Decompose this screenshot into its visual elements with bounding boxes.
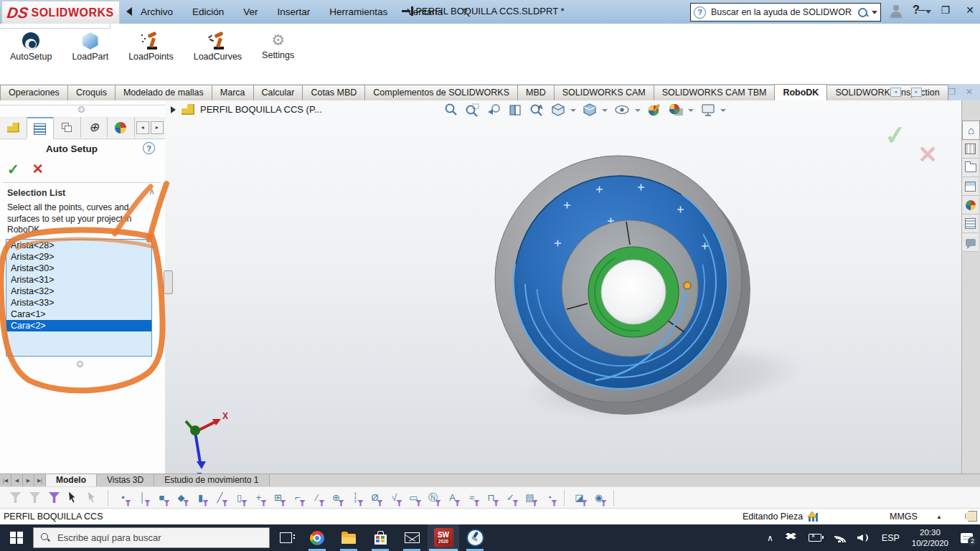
display-style-caret-icon[interactable] bbox=[602, 109, 608, 112]
selected-vertex-marker[interactable] bbox=[684, 282, 691, 289]
loadpoints-button[interactable]: LoadPoints bbox=[124, 29, 178, 65]
filter-blocks-icon[interactable]: ◪ bbox=[571, 489, 588, 507]
view-orientation-caret-icon[interactable] bbox=[570, 109, 576, 112]
task-pane-design-library[interactable] bbox=[962, 140, 979, 159]
first-tab-icon[interactable]: |◀ bbox=[0, 474, 11, 486]
filter-cosmetic-threads-icon[interactable]: ▤ bbox=[522, 489, 538, 507]
selection-filters-all-icon[interactable] bbox=[27, 489, 43, 507]
notification-center-icon[interactable]: 2 bbox=[961, 533, 973, 543]
filter-balloons-icon[interactable]: Ⓝ bbox=[425, 489, 441, 507]
filter-planes-icon[interactable]: ▯ bbox=[231, 489, 248, 507]
filter-connection-points-icon[interactable]: ◉ bbox=[590, 489, 607, 507]
language-indicator[interactable]: ESP bbox=[882, 533, 900, 543]
task-view-button[interactable] bbox=[270, 524, 301, 551]
tab-modelo[interactable]: Modelo bbox=[46, 474, 97, 487]
zoom-fit-icon[interactable] bbox=[443, 103, 458, 118]
tag-icon[interactable] bbox=[965, 511, 977, 522]
filter-center-marks-icon[interactable]: ⊕ bbox=[328, 489, 344, 507]
start-button[interactable] bbox=[0, 524, 33, 551]
filter-faces-icon[interactable]: ■ bbox=[154, 489, 170, 507]
task-pane-forum[interactable] bbox=[962, 233, 979, 252]
confirmation-corner-accept-icon[interactable]: ✓ bbox=[883, 120, 908, 152]
task-pane-home[interactable]: ⌂ bbox=[962, 121, 980, 140]
loadpart-button[interactable]: LoadPart bbox=[67, 29, 113, 65]
collapse-chevron-icon[interactable]: ∧ bbox=[149, 187, 155, 197]
view-settings-icon[interactable] bbox=[700, 103, 716, 118]
breadcrumb-expand-icon[interactable] bbox=[171, 106, 176, 113]
solidworks-app[interactable]: SW2020 bbox=[428, 524, 459, 551]
edit-appearance-icon[interactable] bbox=[647, 103, 662, 118]
section-view-icon[interactable] bbox=[508, 103, 523, 118]
filter-surface-bodies-icon[interactable]: ◆ bbox=[173, 489, 189, 507]
wifi-icon[interactable] bbox=[834, 534, 845, 542]
filter-midpoints-icon[interactable]: ∕ bbox=[308, 489, 325, 507]
filter-origins-icon[interactable]: + bbox=[250, 489, 267, 507]
tab-estudio-movimiento[interactable]: Estudio de movimiento 1 bbox=[154, 474, 269, 487]
toolbar-close-icon[interactable]: ✕ bbox=[966, 87, 973, 97]
tab-croquis[interactable]: Croquis bbox=[67, 85, 116, 100]
filter-notes-icon[interactable]: ▭ bbox=[405, 489, 422, 507]
tab-mbd[interactable]: MBD bbox=[517, 85, 555, 100]
prev-tab-icon[interactable]: ◀ bbox=[11, 474, 23, 486]
hide-show-items-icon[interactable] bbox=[614, 103, 631, 118]
account-icon[interactable] bbox=[890, 5, 903, 18]
tab-configurationmanager[interactable] bbox=[54, 117, 81, 138]
chevron-up-icon[interactable]: ∧ bbox=[767, 533, 773, 543]
breadcrumb[interactable]: PERFIL BOQUILLA CCS (P... bbox=[171, 104, 322, 115]
toolbar-restore-icon[interactable]: ❐ bbox=[948, 87, 956, 97]
list-item[interactable]: Arista<30> bbox=[6, 263, 151, 274]
selection-filter-clear-icon[interactable] bbox=[7, 489, 24, 507]
store-app[interactable] bbox=[364, 524, 396, 551]
loadcurves-button[interactable]: LoadCurves bbox=[189, 29, 246, 65]
filter-centerlines-icon[interactable]: ┆ bbox=[347, 489, 364, 507]
confirm-button[interactable]: ✓ bbox=[7, 161, 19, 178]
units-selector[interactable]: MMGS bbox=[890, 512, 918, 522]
taskbar-search-input[interactable] bbox=[56, 532, 262, 544]
tab-solidworks-cam-tbm[interactable]: SOLIDWORKS CAM TBM bbox=[654, 85, 776, 100]
panel-splitter-dot[interactable] bbox=[78, 106, 85, 113]
center-hole[interactable] bbox=[601, 260, 666, 324]
tab-solidworks-cam[interactable]: SOLIDWORKS CAM bbox=[554, 85, 654, 100]
pane-right-icon[interactable]: ▸ bbox=[911, 88, 922, 97]
task-pane-appearances[interactable] bbox=[962, 196, 979, 215]
mail-app[interactable] bbox=[396, 524, 428, 551]
filter-toggle-icon[interactable] bbox=[46, 489, 62, 507]
filter-surface-finish-icon[interactable]: ✓ bbox=[502, 489, 519, 507]
hide-show-caret-icon[interactable] bbox=[635, 109, 641, 112]
selection-listbox[interactable]: Arista<28> Arista<29> Arista<30> Arista<… bbox=[6, 239, 152, 357]
tab-vistas-3d[interactable]: Vistas 3D bbox=[97, 474, 154, 487]
filter-sketch-segments-icon[interactable]: ⌐ bbox=[289, 489, 306, 507]
scroll-right-icon[interactable]: ▸ bbox=[151, 121, 164, 134]
tab-modelado-de-mallas[interactable]: Modelado de mallas bbox=[115, 85, 212, 100]
previous-view-icon[interactable] bbox=[486, 103, 501, 118]
tab-displaymanager[interactable] bbox=[108, 117, 135, 138]
list-item[interactable]: Arista<31> bbox=[6, 274, 151, 286]
chrome-app[interactable] bbox=[301, 524, 333, 551]
filter-datum-targets-icon[interactable]: A bbox=[444, 489, 461, 507]
pane-left-icon[interactable]: ◂ bbox=[890, 88, 901, 97]
task-pane-file-explorer[interactable] bbox=[962, 159, 979, 177]
tab-robodk[interactable]: RoboDK bbox=[774, 84, 827, 100]
filter-hole-callouts-icon[interactable]: √ bbox=[386, 489, 402, 507]
tab-cotas-mbd[interactable]: Cotas MBD bbox=[302, 85, 365, 100]
confirmation-corner-cancel-icon[interactable]: ✕ bbox=[918, 141, 938, 169]
cancel-button[interactable]: ✕ bbox=[32, 161, 44, 178]
filter-dowel-symbols-icon[interactable]: ◔ bbox=[541, 489, 557, 507]
select-tool-icon[interactable] bbox=[65, 489, 82, 507]
tab-featuremanager[interactable] bbox=[0, 117, 27, 138]
tab-operaciones[interactable]: Operaciones bbox=[0, 85, 68, 100]
settings-button[interactable]: ⚙ Settings bbox=[258, 29, 298, 65]
tab-dimxpertmanager[interactable]: ⊕ bbox=[81, 117, 108, 138]
filter-weld-symbols-icon[interactable]: ≈ bbox=[463, 489, 480, 507]
panel-help-icon[interactable]: ? bbox=[143, 142, 155, 154]
lasso-select-icon[interactable] bbox=[85, 489, 101, 507]
graphics-viewport[interactable]: X Z PERFIL BOQUILLA CCS (P... bbox=[165, 100, 962, 474]
apply-scene-caret-icon[interactable] bbox=[688, 109, 694, 112]
search-icon[interactable] bbox=[857, 7, 868, 18]
filter-edges-icon[interactable]: │ bbox=[134, 489, 151, 507]
annotation-view-icon[interactable]: A bbox=[529, 103, 545, 118]
list-item-selected[interactable]: Cara<2> bbox=[6, 320, 151, 331]
taskbar-search[interactable] bbox=[33, 527, 270, 548]
task-pane-custom-properties[interactable] bbox=[962, 215, 979, 233]
model-3d-view[interactable]: X Z bbox=[165, 100, 962, 474]
